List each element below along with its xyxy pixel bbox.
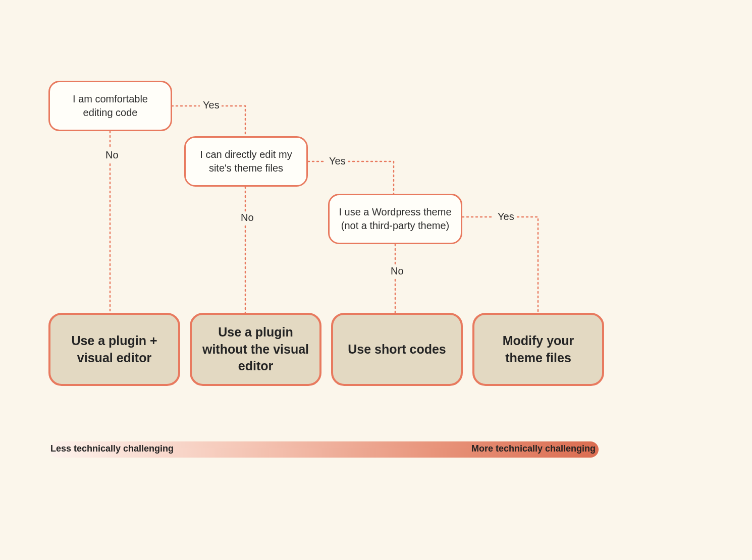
- answer-yes-q3: Yes: [496, 211, 516, 222]
- question-comfortable-editing-code: I am comfortable editing code: [48, 81, 172, 131]
- question-text: I use a Wordpress theme (not a third-par…: [339, 205, 452, 233]
- outcome-text: Modify your theme files: [484, 332, 593, 367]
- flowchart-canvas: I am comfortable editing code Yes No I c…: [0, 0, 752, 560]
- difficulty-label-right: More technically challenging: [471, 443, 596, 454]
- answer-yes-q2: Yes: [327, 155, 348, 167]
- question-text: I am comfortable editing code: [59, 92, 162, 120]
- outcome-short-codes: Use short codes: [331, 313, 463, 386]
- answer-no-q1: No: [103, 149, 121, 161]
- question-use-wordpress-theme: I use a Wordpress theme (not a third-par…: [328, 194, 462, 244]
- outcome-text: Use short codes: [348, 341, 446, 358]
- answer-no-q3: No: [389, 265, 406, 277]
- outcome-plugin-visual-editor: Use a plugin + visual editor: [48, 313, 180, 386]
- question-edit-theme-files: I can directly edit my site's theme file…: [184, 136, 308, 187]
- answer-yes-q1: Yes: [201, 99, 222, 111]
- outcome-text: Use a plugin + visual editor: [60, 332, 169, 367]
- difficulty-label-left: Less technically challenging: [50, 443, 174, 454]
- outcome-modify-theme-files: Modify your theme files: [472, 313, 604, 386]
- outcome-text: Use a plugin without the visual editor: [201, 324, 310, 375]
- question-text: I can directly edit my site's theme file…: [195, 148, 297, 175]
- outcome-plugin-no-visual-editor: Use a plugin without the visual editor: [190, 313, 321, 386]
- answer-no-q2: No: [239, 212, 256, 223]
